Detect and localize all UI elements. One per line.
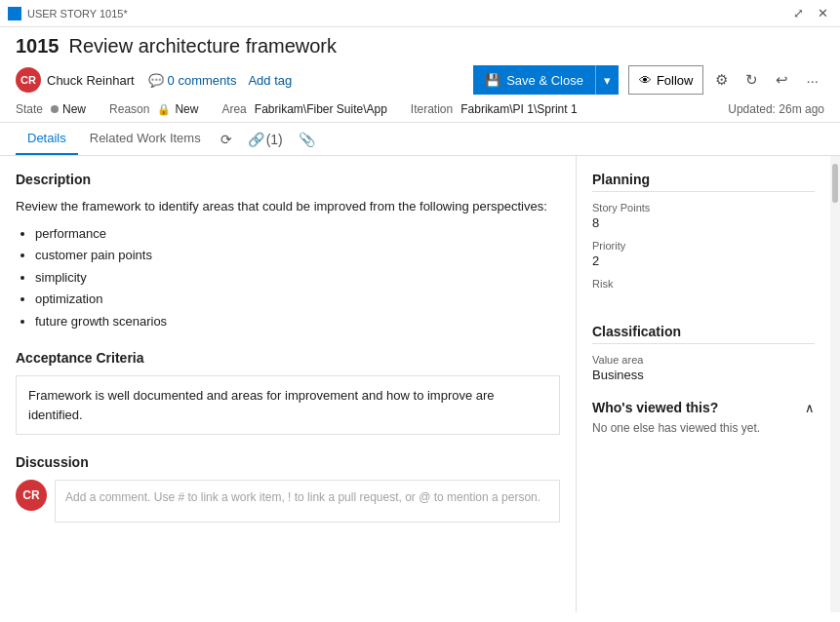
work-item-title: Review architecture framework xyxy=(69,35,338,58)
attachments-button[interactable]: 📎 xyxy=(291,126,323,153)
priority-label: Priority xyxy=(592,240,815,252)
description-title: Description xyxy=(16,172,560,187)
links-button[interactable]: 🔗 (1) xyxy=(240,126,291,153)
tab-related-work-items[interactable]: Related Work Items xyxy=(78,123,213,155)
state-dot-icon xyxy=(51,105,59,113)
description-text: Review the framework to identify areas t… xyxy=(16,197,560,216)
whos-viewed-header[interactable]: Who's viewed this? ∧ xyxy=(592,400,815,415)
avatar: CR xyxy=(16,67,41,93)
risk-value xyxy=(592,292,815,306)
comment-count: 0 comments xyxy=(168,73,237,88)
value-area-label: Value area xyxy=(592,354,815,366)
lock-icon: 🔒 xyxy=(157,103,171,116)
follow-label: Follow xyxy=(657,73,694,88)
more-button[interactable]: ··· xyxy=(800,68,824,93)
author-name: Chuck Reinhart xyxy=(47,73,135,88)
reason-value: 🔒 New xyxy=(157,102,198,116)
save-close-label: Save & Close xyxy=(506,73,583,88)
whos-viewed-section: Who's viewed this? ∧ No one else has vie… xyxy=(592,400,815,435)
acceptance-criteria-text: Framework is well documented and areas f… xyxy=(16,375,560,435)
planning-title: Planning xyxy=(592,172,815,192)
whos-viewed-title: Who's viewed this? xyxy=(592,400,718,415)
follow-button[interactable]: 👁 Follow xyxy=(628,65,704,95)
bullet-future-growth: future growth scenarios xyxy=(35,312,560,331)
work-item-title-row: 1015 Review architecture framework xyxy=(16,35,824,58)
expand-button[interactable]: ⤢ xyxy=(789,6,808,20)
description-section: Description Review the framework to iden… xyxy=(16,172,560,330)
comment-area: CR Add a comment. Use # to link a work i… xyxy=(16,480,560,523)
bullet-performance: performance xyxy=(35,224,560,244)
add-tag-button[interactable]: Add tag xyxy=(248,73,292,88)
discussion-section: Discussion CR Add a comment. Use # to li… xyxy=(16,454,560,523)
state-field: State New xyxy=(16,102,86,116)
area-value: Fabrikam\Fiber Suite\App xyxy=(255,102,387,116)
risk-label: Risk xyxy=(592,278,815,290)
area-label: Area xyxy=(221,102,246,116)
comment-icon: 💬 xyxy=(148,73,164,88)
iteration-field: Iteration Fabrikam\PI 1\Sprint 1 xyxy=(411,102,578,116)
bullet-customer-pain: customer pain points xyxy=(35,246,560,265)
save-close-button[interactable]: 💾 Save & Close xyxy=(473,65,595,95)
left-panel: Description Review the framework to iden… xyxy=(0,156,577,612)
content-area: Description Review the framework to iden… xyxy=(0,156,840,612)
story-points-label: Story Points xyxy=(592,202,815,214)
classification-section: Classification Value area Business xyxy=(592,324,815,382)
bullet-simplicity: simplicity xyxy=(35,268,560,288)
history-button[interactable]: ⟳ xyxy=(213,126,240,153)
state-value: New xyxy=(51,102,86,116)
scrollbar-thumb xyxy=(832,164,838,203)
classification-title: Classification xyxy=(592,324,815,344)
undo-button[interactable]: ↩ xyxy=(770,67,794,93)
comments-button[interactable]: 💬 0 comments xyxy=(148,73,237,88)
bullet-optimization: optimization xyxy=(35,290,560,309)
iteration-label: Iteration xyxy=(411,102,453,116)
save-close-group: 💾 Save & Close ▾ xyxy=(473,65,619,95)
app-logo-icon xyxy=(8,7,21,20)
updated-text: Updated: 26m ago xyxy=(728,102,824,116)
main-header: 1015 Review architecture framework CR Ch… xyxy=(0,27,840,123)
discussion-avatar: CR xyxy=(16,480,47,511)
settings-button[interactable]: ⚙ xyxy=(709,67,734,93)
comment-input[interactable]: Add a comment. Use # to link a work item… xyxy=(55,480,560,523)
main-scrollbar[interactable] xyxy=(830,156,840,612)
tabs-bar: Details Related Work Items ⟳ 🔗 (1) 📎 xyxy=(0,123,840,156)
title-bar-controls: ⤢ ✕ xyxy=(789,6,832,20)
planning-section: Planning Story Points 8 Priority 2 Risk xyxy=(592,172,815,306)
save-close-dropdown-button[interactable]: ▾ xyxy=(595,65,619,95)
collapse-icon: ∧ xyxy=(805,401,815,415)
title-bar: USER STORY 1015* ⤢ ✕ xyxy=(0,0,840,27)
links-count: (1) xyxy=(266,132,283,147)
story-points-value: 8 xyxy=(592,215,815,230)
title-bar-left: USER STORY 1015* xyxy=(8,7,128,20)
close-button[interactable]: ✕ xyxy=(814,6,832,20)
tab-details[interactable]: Details xyxy=(16,123,78,155)
meta-row: State New Reason 🔒 New Area Fabrikam\Fib… xyxy=(16,102,824,116)
reason-field: Reason 🔒 New xyxy=(109,102,198,116)
discussion-title: Discussion xyxy=(16,454,560,470)
work-item-id: 1015 xyxy=(16,35,60,58)
link-icon: 🔗 xyxy=(248,132,264,147)
follow-icon: 👁 xyxy=(639,73,652,88)
value-area-value: Business xyxy=(592,368,815,382)
acceptance-criteria-section: Acceptance Criteria Framework is well do… xyxy=(16,350,560,435)
state-label: State xyxy=(16,102,43,116)
title-bar-app-name: USER STORY 1015* xyxy=(27,8,128,19)
comment-placeholder: Add a comment. Use # to link a work item… xyxy=(65,490,540,504)
reason-label: Reason xyxy=(109,102,149,116)
save-icon: 💾 xyxy=(485,73,500,88)
area-field: Area Fabrikam\Fiber Suite\App xyxy=(221,102,386,116)
acceptance-criteria-title: Acceptance Criteria xyxy=(16,350,560,366)
no-views-text: No one else has viewed this yet. xyxy=(592,421,815,435)
right-panel: Planning Story Points 8 Priority 2 Risk … xyxy=(577,156,830,612)
toolbar: CR Chuck Reinhart 💬 0 comments Add tag 💾… xyxy=(16,65,824,95)
priority-value: 2 xyxy=(592,253,815,268)
iteration-value: Fabrikam\PI 1\Sprint 1 xyxy=(460,102,577,116)
description-bullets: performance customer pain points simplic… xyxy=(35,224,560,331)
refresh-button[interactable]: ↻ xyxy=(740,67,764,93)
